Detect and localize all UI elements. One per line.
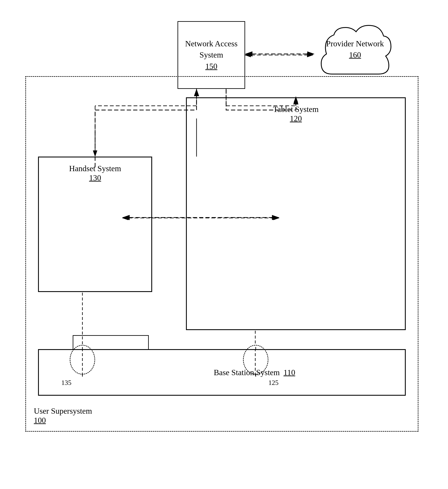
provider-label: Provider Network 160 [315, 38, 395, 60]
tablet-label: Tablet System 120 [273, 105, 319, 123]
connector-125-label: 125 [268, 379, 279, 387]
diagram-container: Network Access System 150 Provider Netwo… [13, 13, 435, 478]
tablet-system-box: Tablet System 120 Client Subsystem 140a [186, 97, 406, 330]
nas-text: Network Access System [185, 39, 238, 59]
connector-135-label: 135 [61, 379, 72, 387]
handset-system-box: Handset System 130 Client Subsystem 140b [38, 157, 152, 292]
nas-label: Network Access System 150 [178, 38, 245, 72]
user-supersystem-label: User Supersystem 100 [34, 406, 92, 425]
handset-label: Handset System 130 [69, 164, 121, 182]
connector-125-circle [243, 345, 268, 374]
provider-ref: 160 [349, 50, 361, 59]
connector-135-circle [70, 345, 95, 374]
nas-ref: 150 [205, 62, 217, 71]
provider-text: Provider Network [326, 39, 384, 48]
